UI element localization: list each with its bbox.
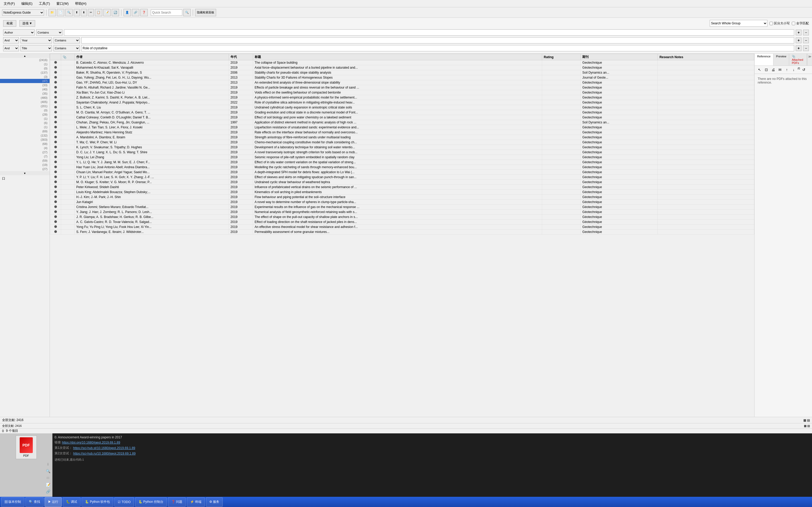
results-table-container[interactable]: 📎 作者 年代 标题 Rating 期刊 Research Notes B. C… [50,54,754,417]
tab-reference[interactable]: Reference [755,54,773,65]
toolbar-btn-10[interactable]: 👤 [123,9,131,16]
collapse-right-btn[interactable]: ≫ [807,54,812,59]
search-value-3[interactable] [81,45,794,51]
table-row[interactable]: Peter Kirkwood; Shideh Dashti 2019 Influ… [50,185,754,190]
toolbar-btn-8[interactable]: 📝 [103,9,111,16]
table-row[interactable]: Baker, R; Shukha, R; Operstein, V; Frydm… [50,70,754,75]
sci-hub-url-1[interactable]: https://sci-hub.st/10.1680/jgeot.2019.69… [73,446,135,450]
menu-tools[interactable]: 工具(T) [37,1,52,7]
sidebar-item-0[interactable]: (2416) [0,58,50,62]
sidebar-item-3[interactable]: (137) [0,70,50,75]
add-row-1-btn[interactable]: + [796,30,802,35]
table-row[interactable]: Y. L. Li; Q. He; Y. J. Jiang; M. M. Sun;… [50,160,754,165]
hide-panel-btn[interactable]: 隐藏检索面板 [195,9,216,16]
toolbar-btn-1[interactable]: 📁 [49,9,56,16]
col-header-attachment[interactable]: 📎 [61,54,74,60]
col-header-journal[interactable]: 期刊 [581,54,658,60]
taskbar-end-btn[interactable]: ⚡ 终端 [187,497,205,507]
taskbar-run-btn[interactable]: ▶ 运行 [45,497,62,507]
sidebar-item-25[interactable]: (19) [0,163,50,167]
sidebar-item-16[interactable]: (1) [0,125,50,129]
search-value-2[interactable] [81,37,794,44]
sidebar-item-4[interactable]: (3) [0,75,50,79]
add-row-2-btn[interactable]: + [796,38,802,43]
menu-help[interactable]: 帮助(H) [73,1,88,7]
search-button[interactable]: 检索 [3,20,16,27]
logic-select-3[interactable]: And [3,45,19,51]
sidebar-item-22[interactable]: (27) [0,150,50,154]
table-row[interactable]: Mohammed Al-Khazaali; Sai K. Vanapalli 2… [50,65,754,70]
table-row[interactable]: Z. Bullock; Z. Karimi; S. Dashti; K. Por… [50,95,754,100]
col-header-rating[interactable]: Rating [542,54,581,60]
taskbar-version-btn[interactable]: ▦ 版本控制 [1,497,24,507]
table-row[interactable]: T. Ma; C. Wei; P. Chen; W. Li 2019 Chemo… [50,140,754,145]
sidebar-item-23[interactable]: (7) [0,154,50,159]
rp-up-icon[interactable]: ↑ [784,67,790,72]
sidebar-item-21[interactable]: (4) [0,146,50,150]
col-header-year[interactable]: 年代 [229,54,253,60]
toolbar-btn-4[interactable]: ⬆ [74,9,80,16]
col-header-author[interactable]: 作者 [74,54,229,60]
toolbar-btn-2[interactable]: 📄 [57,9,64,16]
table-row[interactable]: H.-J. Kim; J.-M. Park; J.-H. Shin 2019 F… [50,195,754,200]
table-row[interactable]: A. C. Galvis-Castro; R. D. Tovar-Valenci… [50,220,754,225]
menu-file[interactable]: 文件(F) [2,1,16,7]
toolbar-btn-7[interactable]: 📋 [95,9,102,16]
toolbar-btn-11[interactable]: 🔗 [132,9,139,16]
rp-view-icon[interactable]: ⊡ [763,67,769,72]
toolbar-btn-12[interactable]: ❓ [140,9,148,16]
b-icon-3[interactable]: ✉ [45,475,51,481]
rp-down-icon[interactable]: ↓ [791,67,797,72]
menu-edit[interactable]: 编辑(E) [20,1,34,7]
sidebar-item-18[interactable]: (132) [0,133,50,137]
sidebar-item-9[interactable]: (480) [0,96,50,100]
sidebar-item-5[interactable]: (47) [0,79,50,83]
sidebar-item-1[interactable]: (1) [0,62,50,66]
toolbar-btn-3[interactable]: 🔍 [65,9,73,16]
remove-row-3-btn[interactable]: − [803,45,809,51]
table-row[interactable]: B. Caicedo; C. Alonso; C. Mendoza; J. Al… [50,60,754,65]
field-select-2[interactable]: Year [20,37,52,44]
menu-window[interactable]: 窗口(W) [55,1,70,7]
taskbar-search-btn[interactable]: 🔍 查找 [26,497,43,507]
table-row[interactable]: Fatin N. Altuhafi; Richard J. Jardine; V… [50,85,754,90]
options-button[interactable]: 选项 ▼ [19,20,35,27]
sidebar-item-15[interactable]: (6) [0,121,50,125]
full-match-label[interactable]: 全字匹配 [792,21,809,26]
quick-search-btn[interactable]: 🔍 [183,9,191,16]
table-row[interactable]: J. R. Giampa; A. S. Bradshaw; H. Gerkus;… [50,215,754,220]
taskbar-python-ctrl-btn[interactable]: 🐍 Python 控制台 [135,497,167,507]
sidebar-item-11[interactable]: (201) [0,104,50,108]
table-row[interactable]: Hao Yuan Liu; José Antonio Abell; Andrea… [50,165,754,170]
table-row[interactable]: Y. Jiang; J. Han; J. Zornberg; R. L. Par… [50,210,754,215]
table-row[interactable]: L. Mele; J. Tan Tian; S. Lirer; A. Flora… [50,125,754,130]
search-value-1[interactable] [64,30,794,36]
sidebar-item-13[interactable]: (28) [0,112,50,117]
table-row[interactable]: M. O. Ciantia; M. Arroyo; C. O'Sullivan;… [50,110,754,115]
taskbar-todo-btn[interactable]: ☑ TODO [114,497,134,507]
table-row[interactable]: Cathal Colreavy; Conleth D. O'Loughlin; … [50,115,754,120]
full-match-checkbox[interactable] [792,22,795,25]
table-row[interactable]: S. L. Chen; K. Liu 2019 Undrained cylind… [50,105,754,110]
logic-select-2[interactable]: And [3,37,19,44]
condition-select-1[interactable]: Contains [36,30,62,36]
condition-select-2[interactable]: Contains [53,37,80,44]
table-row[interactable]: K. Lynch; V. Sivakumar; S. Tripathy; D. … [50,145,754,150]
remove-row-1-btn[interactable]: − [803,30,809,35]
remove-row-2-btn[interactable]: − [803,38,809,43]
b-icon-5[interactable]: 🔗 [45,489,51,495]
sidebar-item-17[interactable]: (69) [0,129,50,133]
taskbar-python-btn[interactable]: 🐍 Python 软件包 [82,497,113,507]
table-row[interactable]: D. C. Lu; J. Y. Liang; X. L. Du; G. S. W… [50,150,754,155]
sidebar-scroll-down[interactable]: ▼ [0,171,50,175]
tab-preview[interactable]: Preview [773,54,789,65]
sidebar-item-2[interactable]: (0) [0,66,50,70]
sidebar-item-19[interactable]: (303) [0,137,50,142]
sidebar-item-7[interactable]: (40) [0,87,50,92]
quick-search-input[interactable] [151,9,182,16]
col-header-title[interactable]: 标题 [253,54,542,60]
rp-refresh-icon[interactable]: ↺ [801,67,807,72]
case-sensitive-checkbox[interactable] [769,22,773,25]
table-row[interactable]: Cristina Jommi; Stefano Muraro; Edoardo … [50,205,754,210]
toolbar-btn-6[interactable]: ✂ [88,9,94,16]
